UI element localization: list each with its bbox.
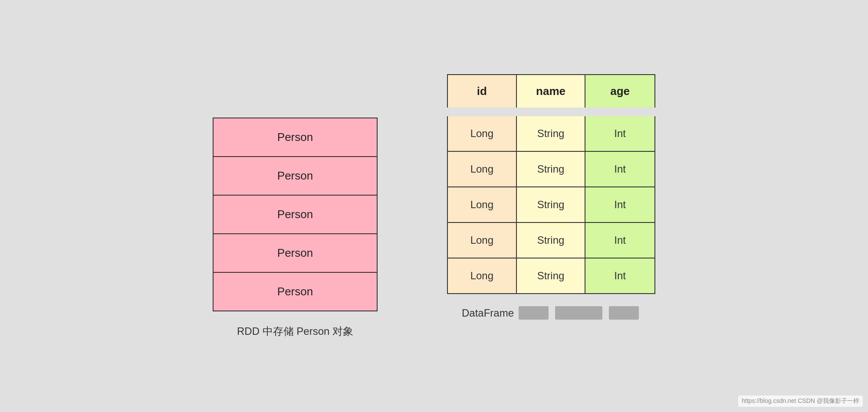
df-caption: DataFrame [462, 307, 641, 319]
df-body-row-1: Long String Int [448, 116, 654, 152]
df-body-row-2: Long String Int [448, 152, 654, 187]
rdd-row-2: Person [214, 157, 377, 196]
df-cell-age-2: Int [585, 152, 654, 186]
df-header-id: id [448, 75, 517, 108]
df-caption-blur-3 [609, 306, 639, 320]
rdd-row-5: Person [214, 273, 377, 311]
df-cell-name-3: String [517, 187, 586, 222]
df-header-name: name [517, 75, 586, 108]
df-body-table: Long String Int Long String Int Long Str… [447, 116, 655, 294]
df-cell-id-2: Long [448, 152, 517, 186]
df-header-row: id name age [447, 74, 655, 108]
rdd-table: Person Person Person Person Person [213, 118, 378, 311]
df-caption-text: DataFrame [462, 307, 514, 319]
df-cell-name-1: String [517, 116, 586, 151]
df-caption-blur-2 [555, 306, 602, 320]
df-body-row-3: Long String Int [448, 187, 654, 223]
df-cell-age-4: Int [585, 223, 654, 258]
main-container: Person Person Person Person Person RDD 中… [0, 57, 868, 356]
df-body-row-4: Long String Int [448, 223, 654, 258]
df-header-age: age [585, 75, 654, 108]
df-cell-name-4: String [517, 223, 586, 258]
left-section: Person Person Person Person Person RDD 中… [213, 118, 378, 338]
df-caption-blur-1 [519, 306, 549, 320]
df-cell-age-3: Int [585, 187, 654, 222]
df-cell-name-5: String [517, 258, 586, 293]
df-cell-name-2: String [517, 152, 586, 186]
df-cell-age-5: Int [585, 258, 654, 293]
rdd-row-4: Person [214, 234, 377, 273]
df-cell-id-3: Long [448, 187, 517, 222]
df-cell-id-1: Long [448, 116, 517, 151]
df-body-row-5: Long String Int [448, 258, 654, 293]
df-cell-id-4: Long [448, 223, 517, 258]
rdd-row-3: Person [214, 196, 377, 234]
rdd-caption: RDD 中存储 Person 对象 [237, 324, 353, 338]
right-section: id name age Long String Int Long String … [447, 74, 655, 319]
rdd-row-1: Person [214, 118, 377, 157]
df-cell-id-5: Long [448, 258, 517, 293]
df-cell-age-1: Int [585, 116, 654, 151]
watermark: https://blog.csdn.net CSDN @我像影子一样 [738, 396, 863, 407]
